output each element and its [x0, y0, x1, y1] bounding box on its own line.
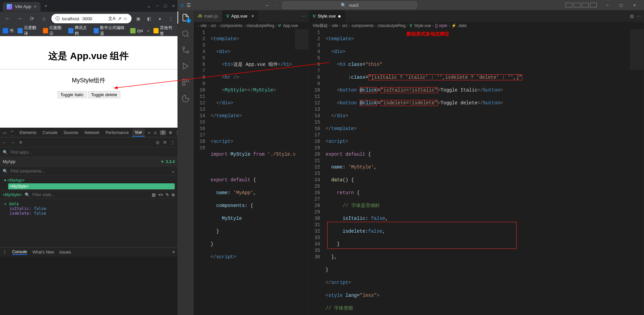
remote-icon[interactable]	[181, 94, 190, 103]
app-row[interactable]: MyApp ▼3.3.4	[0, 157, 177, 166]
bookmark-item[interactable]: zyx	[130, 28, 143, 33]
gear-icon[interactable]: ⚙	[169, 130, 172, 135]
minimize-icon[interactable]: −	[601, 0, 614, 10]
close-window-icon[interactable]: ×	[172, 3, 175, 8]
forward-button[interactable]: →	[15, 16, 24, 22]
bookmark-item[interactable]: 书	[3, 28, 14, 34]
tab-style-vue[interactable]: VStyle.vue●	[309, 10, 345, 22]
tab-elements[interactable]: Elements	[17, 129, 39, 136]
close-icon[interactable]: ×	[252, 14, 254, 19]
profile-icon[interactable]: ●	[156, 16, 164, 21]
site-info-icon[interactable]: ⓘ	[55, 16, 60, 22]
split-icon[interactable]: ▥	[630, 14, 634, 19]
close-icon[interactable]: ×	[172, 250, 175, 255]
tab-performance[interactable]: Performance	[103, 129, 132, 136]
footer-issues[interactable]: Issues	[59, 250, 71, 255]
inspect-icon[interactable]: ▭	[1, 130, 8, 135]
code-content[interactable]: <template> <div> <h1>这是 App.vue 组件</h1> …	[211, 29, 308, 315]
minimize-icon[interactable]: −	[156, 3, 159, 8]
code-editor[interactable]: 1234567891011121314151617181920212223242…	[309, 29, 644, 315]
customize-layout-icon[interactable]	[590, 3, 597, 7]
back-icon[interactable]: ←	[3, 140, 7, 145]
state-section[interactable]: ▾ data	[4, 202, 173, 206]
warning-icon[interactable]: ⚠	[153, 130, 157, 135]
close-icon[interactable]: ×	[34, 4, 37, 9]
source-control-icon[interactable]	[181, 45, 190, 55]
device-toggle-icon[interactable]: 📱	[8, 130, 16, 135]
footer-console[interactable]: Console	[12, 250, 27, 255]
hamburger-icon[interactable]: ☰	[187, 2, 191, 8]
maximize-icon[interactable]: □	[164, 3, 167, 8]
reload-button[interactable]: ⟳	[27, 16, 37, 22]
star-icon[interactable]: ☆	[123, 16, 127, 21]
nav-back-icon[interactable]: ←	[265, 3, 269, 8]
tab-vue[interactable]: Vue	[132, 129, 145, 137]
bookmark-item[interactable]: 数学公式编辑器	[94, 25, 126, 36]
popout-icon[interactable]: ⧉	[172, 192, 175, 197]
menu-icon[interactable]: ⋮	[167, 16, 175, 21]
bookmark-item[interactable]: 百度翻译	[18, 25, 39, 36]
toggle-panel-icon[interactable]	[566, 3, 572, 7]
toggle-secondary-icon[interactable]	[582, 3, 589, 7]
more-icon[interactable]: ⋯	[301, 14, 306, 19]
extensions-icon[interactable]: ▣	[134, 16, 142, 21]
reading-list-icon[interactable]: ◧	[145, 16, 153, 21]
nav-forward-icon[interactable]: →	[273, 3, 278, 8]
command-center[interactable]: 🔍 vue3	[282, 1, 417, 9]
tree-root[interactable]: ▾ <MyApp>	[3, 177, 175, 183]
translate-icon[interactable]: 文A	[108, 16, 116, 22]
state-item[interactable]: isdelete: false	[9, 211, 173, 216]
run-debug-icon[interactable]	[181, 61, 190, 71]
find-components-box[interactable]: 🔍 ⌄	[0, 166, 177, 176]
code-editor[interactable]: 12345678910111213141516171819 <template>…	[194, 29, 308, 315]
home-button[interactable]: ⌂	[39, 16, 49, 22]
state-item[interactable]: isItalic: false	[9, 206, 173, 211]
toggle-delete-button[interactable]: Toggle delete	[88, 91, 120, 98]
chevron-down-icon[interactable]: ⌄	[171, 169, 175, 174]
components-icon[interactable]: ⚞	[19, 140, 23, 145]
bookmark-folder[interactable]: 其他书签	[153, 25, 175, 36]
maximize-icon[interactable]: □	[614, 0, 628, 10]
minimap[interactable]	[630, 29, 644, 315]
url-bar[interactable]: ⓘ localhost:3000 文A ↗ ☆	[51, 14, 132, 23]
scroll-icon[interactable]: ▤	[152, 192, 156, 197]
footer-whats-new[interactable]: What's New	[32, 250, 54, 255]
more-icon[interactable]: ⋯	[637, 14, 641, 19]
minimap[interactable]	[295, 29, 308, 315]
target-icon[interactable]: ◎	[156, 140, 159, 145]
toggle-sidebar-icon[interactable]	[574, 3, 580, 7]
close-icon[interactable]: ×	[628, 0, 641, 10]
tab-app-vue[interactable]: VApp.vue×	[222, 10, 258, 22]
breadcrumbs[interactable]: Vite基础 ›vite ›src ›components ›class&sty…	[309, 22, 644, 29]
find-apps-box[interactable]: 🔍	[0, 148, 177, 157]
explorer-icon[interactable]: 1	[181, 13, 190, 22]
code-content[interactable]: <template> <div> <h3 class="thin" :class…	[326, 29, 644, 315]
back-button[interactable]: ←	[3, 16, 12, 22]
edit-icon[interactable]: ✎	[166, 192, 169, 197]
bookmark-item[interactable]: 腾讯文档	[68, 25, 90, 36]
menu-icon[interactable]: ⋮	[3, 250, 7, 255]
tab-overflow[interactable]: »	[145, 129, 153, 136]
tree-child-selected[interactable]: <MyStyle>	[8, 183, 175, 189]
forward-icon[interactable]: →	[11, 140, 15, 145]
browser-tab[interactable]: Vite App ×	[3, 2, 41, 11]
more-icon[interactable]: ⋮	[171, 140, 175, 145]
find-components-input[interactable]	[10, 169, 169, 174]
tab-network[interactable]: Network	[82, 129, 102, 136]
breadcrumbs[interactable]: ›vite ›src ›components ›class&styleReg ›…	[194, 22, 308, 29]
find-apps-input[interactable]	[10, 150, 175, 155]
new-tab-button[interactable]: +	[45, 3, 47, 8]
tab-sources[interactable]: Sources	[61, 129, 81, 136]
tab-console[interactable]: Console	[40, 129, 60, 136]
bookmark-item[interactable]: 亿图图示	[43, 25, 64, 36]
share-icon[interactable]: ↗	[118, 16, 121, 21]
refresh-icon[interactable]: ⟳	[163, 140, 167, 145]
code-icon[interactable]: <>	[158, 192, 163, 197]
filter-state-input[interactable]	[32, 192, 149, 197]
bookmark-overflow[interactable]: »	[147, 28, 149, 33]
search-icon[interactable]	[181, 29, 190, 38]
extensions-icon[interactable]	[181, 78, 190, 87]
tab-main-js[interactable]: JSmain.js	[194, 10, 222, 22]
toggle-italic-button[interactable]: Toggle Italic	[57, 91, 87, 98]
chevron-down-icon[interactable]: ⌄	[147, 3, 151, 8]
